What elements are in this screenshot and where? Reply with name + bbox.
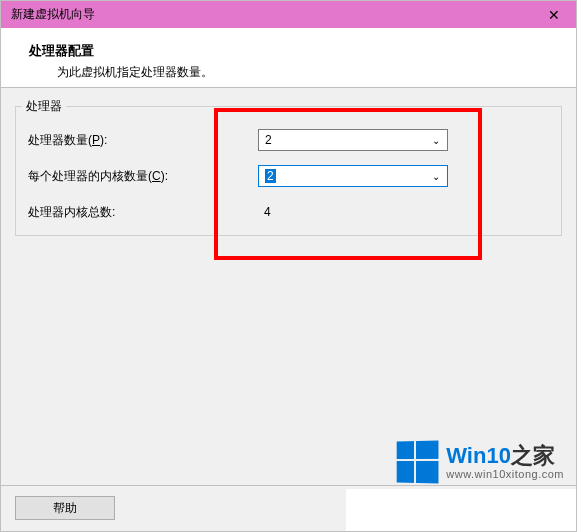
- total-value: 4: [258, 205, 271, 219]
- processors-value: 2: [265, 133, 429, 147]
- groupbox-label: 处理器: [22, 98, 66, 115]
- processors-row: 处理器数量(P): 2 ⌄: [28, 127, 549, 153]
- watermark-title: Win10之家: [446, 444, 564, 468]
- windows-logo-icon: [397, 440, 439, 483]
- wizard-footer: 帮助 < 上一步(B): [1, 485, 576, 531]
- help-button[interactable]: 帮助: [15, 496, 115, 520]
- chevron-down-icon: ⌄: [429, 135, 443, 146]
- window-title: 新建虚拟机向导: [11, 6, 95, 23]
- page-title: 处理器配置: [29, 42, 566, 60]
- watermark-url: www.win10xitong.com: [446, 468, 564, 480]
- cores-label: 每个处理器的内核数量(C):: [28, 168, 258, 185]
- cores-dropdown[interactable]: 2 ⌄: [258, 165, 448, 187]
- cropped-edge: [346, 489, 576, 531]
- page-subtitle: 为此虚拟机指定处理器数量。: [57, 64, 566, 81]
- chevron-down-icon: ⌄: [429, 171, 443, 182]
- watermark: Win10之家 www.win10xitong.com: [396, 441, 564, 483]
- processors-label: 处理器数量(P):: [28, 132, 258, 149]
- cores-value: 2: [265, 169, 276, 183]
- cores-row: 每个处理器的内核数量(C): 2 ⌄: [28, 163, 549, 189]
- content-area: 处理器 处理器数量(P): 2 ⌄ 每个处理器的内核数量(C): 2 ⌄: [1, 88, 576, 236]
- total-row: 处理器内核总数: 4: [28, 199, 549, 225]
- window-body: 处理器配置 为此虚拟机指定处理器数量。 处理器 处理器数量(P): 2 ⌄ 每个…: [0, 28, 577, 532]
- wizard-header: 处理器配置 为此虚拟机指定处理器数量。: [1, 28, 576, 88]
- processor-groupbox: 处理器 处理器数量(P): 2 ⌄ 每个处理器的内核数量(C): 2 ⌄: [15, 106, 562, 236]
- titlebar: 新建虚拟机向导 ✕: [0, 0, 577, 28]
- close-icon: ✕: [548, 7, 560, 23]
- processors-dropdown[interactable]: 2 ⌄: [258, 129, 448, 151]
- total-label: 处理器内核总数:: [28, 204, 258, 221]
- close-button[interactable]: ✕: [532, 1, 576, 29]
